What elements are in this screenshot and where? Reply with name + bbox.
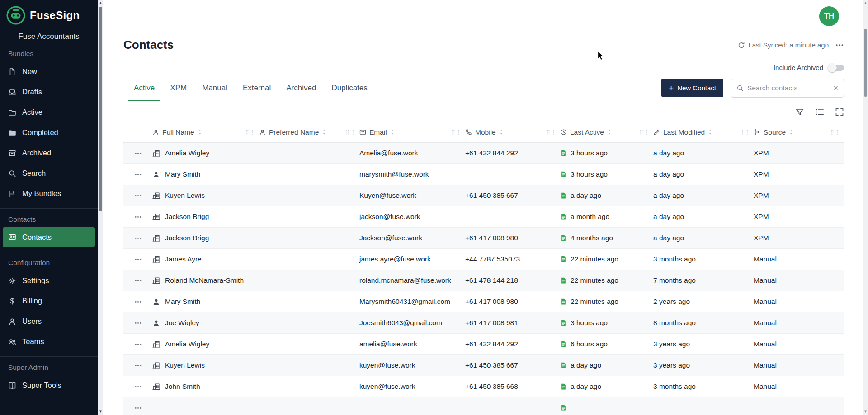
- scroll-up-icon[interactable]: ▲: [863, 0, 868, 6]
- column-header-last-modified[interactable]: Last Modified: [653, 128, 754, 136]
- user-avatar[interactable]: TH: [819, 6, 839, 26]
- column-header-last-active[interactable]: Last Active: [560, 128, 653, 136]
- drag-handle-icon[interactable]: [830, 129, 834, 135]
- expand-icon[interactable]: [835, 107, 844, 117]
- row-actions-button[interactable]: [134, 213, 142, 221]
- row-actions-button[interactable]: [134, 149, 142, 157]
- sidebar-item-new[interactable]: New: [0, 61, 98, 82]
- table-row[interactable]: James Ayrejames.ayre@fuse.work+44 7787 5…: [123, 249, 844, 270]
- brand[interactable]: FuseSign: [0, 0, 98, 28]
- sidebar-item-completed[interactable]: Completed: [0, 122, 98, 143]
- column-menu-icon[interactable]: [252, 129, 254, 135]
- column-header-mobile[interactable]: Mobile: [465, 128, 560, 136]
- table-row[interactable]: Kuyen Lewiskuyen@fuse.work+61 450 385 66…: [123, 355, 844, 376]
- table-row[interactable]: Jackson BriggJackson@fuse.work+61 417 00…: [123, 228, 844, 249]
- row-actions-button[interactable]: [134, 383, 142, 391]
- sort-icon[interactable]: [198, 129, 202, 135]
- row-actions-button[interactable]: [134, 171, 142, 178]
- column-header-full-name[interactable]: Full Name: [152, 128, 259, 136]
- tab-external[interactable]: External: [235, 75, 278, 101]
- table-row[interactable]: Mary SmithMarysmith60431@gmail.com+61 41…: [123, 291, 844, 312]
- table-row[interactable]: Kuyen LewisKuyen@fuse.work+61 450 385 66…: [123, 185, 844, 206]
- sidebar-item-users[interactable]: Users: [0, 311, 98, 331]
- table-row[interactable]: John Smithkuyen@fuse.work+61 450 385 668…: [123, 376, 844, 397]
- row-actions-button[interactable]: [134, 256, 142, 263]
- drag-handle-icon[interactable]: [245, 129, 249, 135]
- column-menu-icon[interactable]: [646, 129, 648, 135]
- column-menu-icon[interactable]: [352, 129, 354, 135]
- scroll-down-icon[interactable]: ▼: [98, 409, 103, 415]
- tab-duplicates[interactable]: Duplicates: [324, 75, 375, 101]
- row-actions-button[interactable]: [134, 404, 142, 412]
- more-options-button[interactable]: [835, 41, 844, 50]
- table-row[interactable]: Jackson Briggjackson@fuse.worka month ag…: [123, 206, 844, 228]
- scroll-up-icon[interactable]: ▲: [98, 0, 103, 6]
- drag-handle-icon[interactable]: [547, 129, 550, 135]
- sidebar-item-active[interactable]: Active: [0, 102, 98, 122]
- page-scrollbar-thumb[interactable]: [864, 29, 867, 97]
- sidebar-item-settings[interactable]: Settings: [0, 270, 98, 291]
- sidebar-item-teams[interactable]: Teams: [0, 331, 98, 352]
- column-header-email[interactable]: Email: [359, 128, 465, 136]
- include-archived-toggle[interactable]: [829, 65, 844, 71]
- sort-icon[interactable]: [499, 129, 504, 135]
- sidebar-scrollbar-thumb[interactable]: [99, 7, 102, 211]
- contact-name: Kuyen Lewis: [165, 361, 205, 369]
- list-settings-icon[interactable]: [815, 107, 824, 117]
- table-row[interactable]: Amelia Wigleyamelia@fuse.work+61 432 844…: [123, 334, 844, 355]
- column-menu-icon[interactable]: [553, 129, 555, 135]
- row-actions-button[interactable]: [134, 362, 142, 369]
- row-actions-button[interactable]: [134, 319, 142, 327]
- page-header: Contacts Last Synced: a minute ago: [123, 38, 844, 52]
- toggle-knob: [828, 63, 837, 72]
- tab-archived[interactable]: Archived: [278, 75, 324, 101]
- person-filled-icon: [152, 171, 160, 178]
- row-actions-button[interactable]: [134, 340, 142, 348]
- row-actions-button[interactable]: [134, 277, 142, 284]
- drag-handle-icon[interactable]: [346, 129, 349, 135]
- table-row[interactable]: Amelia WigleyAmelia@fuse.work+61 432 844…: [123, 143, 844, 164]
- sort-icon[interactable]: [322, 129, 326, 135]
- column-header-preferred-name[interactable]: Preferred Name: [259, 128, 359, 136]
- column-header-source[interactable]: Source: [754, 128, 844, 136]
- row-actions-button[interactable]: [134, 298, 142, 306]
- file-icon: [8, 68, 16, 76]
- sort-icon[interactable]: [607, 129, 612, 135]
- clear-search-icon[interactable]: ×: [833, 84, 838, 92]
- row-actions-button[interactable]: [134, 234, 142, 242]
- table-row[interactable]: Joe WigleyJoesmith6043@gmail.com+61 417 …: [123, 312, 844, 334]
- page-scrollbar[interactable]: ▲ ▼: [863, 0, 868, 415]
- sidebar-item-archived[interactable]: Archived: [0, 143, 98, 163]
- sidebar-item-super-tools[interactable]: Super Tools: [0, 375, 98, 396]
- new-contact-button[interactable]: + New Contact: [661, 79, 723, 97]
- contact-source: Manual: [754, 340, 844, 348]
- filter-icon[interactable]: [795, 107, 804, 117]
- sort-icon[interactable]: [708, 129, 712, 135]
- sort-icon[interactable]: [789, 129, 793, 135]
- sidebar-item-contacts[interactable]: Contacts: [3, 227, 95, 247]
- table-row[interactable]: Mary Smithmarysmith@fuse.work3 hours ago…: [123, 164, 844, 185]
- sidebar-item-billing[interactable]: Billing: [0, 291, 98, 311]
- sidebar-item-my-bundles[interactable]: My Bundles: [0, 183, 98, 204]
- sidebar-item-drafts[interactable]: Drafts: [0, 82, 98, 102]
- column-menu-icon[interactable]: [837, 129, 839, 135]
- scroll-down-icon[interactable]: ▼: [863, 409, 868, 415]
- column-menu-icon[interactable]: [458, 129, 460, 135]
- tab-active[interactable]: Active: [126, 75, 162, 101]
- contact-mobile: +61 450 385 668: [465, 382, 560, 391]
- contact-source: Manual: [754, 276, 844, 284]
- drag-handle-icon[interactable]: [740, 129, 744, 135]
- tab-xpm[interactable]: XPM: [162, 75, 194, 101]
- table-row[interactable]: Roland McNamara-Smithroland.mcnamara@fus…: [123, 270, 844, 291]
- last-synced[interactable]: Last Synced: a minute ago: [738, 41, 829, 49]
- sidebar-scrollbar[interactable]: ▲ ▼: [98, 0, 103, 415]
- drag-handle-icon[interactable]: [452, 129, 455, 135]
- column-menu-icon[interactable]: [746, 129, 748, 135]
- tab-manual[interactable]: Manual: [194, 75, 235, 101]
- sidebar-item-search[interactable]: Search: [0, 163, 98, 183]
- search-input[interactable]: [747, 84, 830, 92]
- row-actions-button[interactable]: [134, 192, 142, 200]
- table-row-partial[interactable]: [123, 397, 844, 415]
- drag-handle-icon[interactable]: [640, 129, 643, 135]
- sort-icon[interactable]: [390, 129, 395, 135]
